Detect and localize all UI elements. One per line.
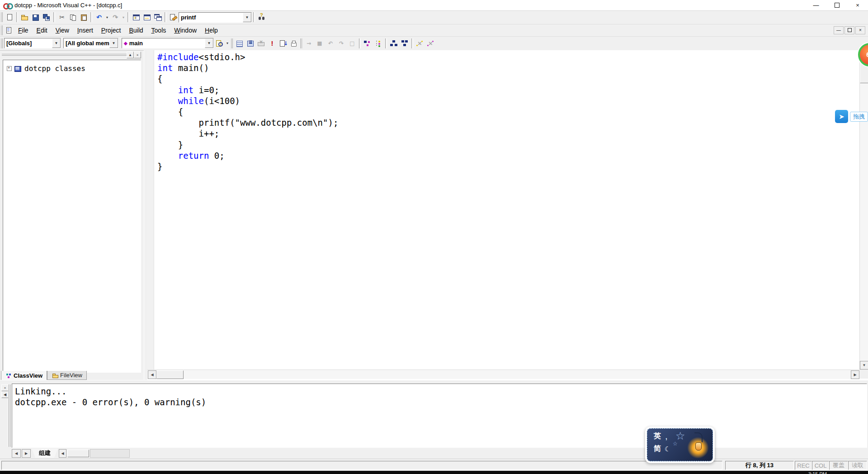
- output-close-button[interactable]: ×: [1, 384, 9, 391]
- wizard-action-button[interactable]: [214, 38, 225, 49]
- expand-icon[interactable]: [7, 66, 12, 71]
- toggle-output-button[interactable]: [142, 12, 152, 23]
- output-gripper[interactable]: [8, 384, 10, 447]
- go-button[interactable]: [278, 38, 288, 49]
- tab-scroll-right-icon[interactable]: ▶: [22, 449, 31, 458]
- callees-button[interactable]: [425, 38, 436, 49]
- member-combo-value[interactable]: ◆ main: [122, 38, 205, 48]
- chevron-down-icon[interactable]: ▼: [205, 38, 213, 48]
- drag-widget[interactable]: ➤ 拖拽: [835, 110, 868, 123]
- workspace-gripper[interactable]: [2, 53, 127, 56]
- tab-fileview[interactable]: FileView: [47, 371, 87, 380]
- menu-edit[interactable]: Edit: [33, 25, 52, 36]
- mdi-restore-button[interactable]: [844, 26, 854, 34]
- scroll-right-icon[interactable]: ▶: [851, 370, 859, 379]
- redo-dropdown[interactable]: ▼: [121, 12, 126, 23]
- chevron-down-icon[interactable]: ▼: [109, 38, 118, 48]
- stop-build-button[interactable]: [256, 38, 267, 49]
- base-classes-button[interactable]: [388, 38, 399, 49]
- scroll-left-icon[interactable]: ◀: [148, 370, 156, 379]
- breakpoint-button[interactable]: [288, 38, 299, 49]
- find-combo[interactable]: printf ▼: [179, 12, 252, 23]
- scroll-down-icon[interactable]: ▼: [860, 361, 868, 370]
- menu-project[interactable]: Project: [97, 25, 125, 36]
- filter-combo-value[interactable]: [All global members]: [64, 38, 109, 48]
- class-tree-button[interactable]: [362, 38, 373, 49]
- menubar-gripper[interactable]: [0, 25, 3, 35]
- chevron-down-icon[interactable]: ▼: [243, 13, 251, 22]
- input-method-widget[interactable]: 英 简 , ☾ ☆ ☆: [645, 427, 715, 463]
- minimize-button[interactable]: —: [806, 0, 826, 10]
- menu-build[interactable]: Build: [125, 25, 147, 36]
- workspace-pin-button[interactable]: ▲: [127, 52, 134, 58]
- toggle-workspace-button[interactable]: [131, 12, 142, 23]
- editor-vertical-scrollbar[interactable]: ▲ ▼: [859, 50, 868, 370]
- output-scroll-left-icon[interactable]: ◀: [59, 449, 66, 458]
- horizontal-scroll-thumb[interactable]: [156, 370, 184, 379]
- menu-insert[interactable]: Insert: [73, 25, 97, 36]
- menu-help[interactable]: Help: [201, 25, 222, 36]
- debug-button-4[interactable]: ↷: [336, 38, 347, 49]
- tab-classview[interactable]: ClassView: [1, 371, 47, 381]
- redo-button[interactable]: ↷: [110, 12, 121, 23]
- wizardbar-gripper[interactable]: [0, 38, 3, 48]
- output-collapse-button[interactable]: ◀: [1, 391, 9, 398]
- open-button[interactable]: [19, 12, 30, 23]
- mdi-close-button[interactable]: ×: [855, 26, 865, 34]
- paste-button[interactable]: [78, 12, 89, 23]
- debug-button-2[interactable]: ■: [314, 38, 325, 49]
- undo-button[interactable]: ↶: [94, 12, 104, 23]
- find-in-files-button[interactable]: [256, 12, 267, 23]
- tab-build[interactable]: 组建: [32, 449, 58, 458]
- output-scroll-thumb[interactable]: [67, 450, 89, 457]
- output-scroll-track[interactable]: [90, 449, 130, 458]
- menu-window[interactable]: Window: [170, 25, 201, 36]
- copy-button[interactable]: [67, 12, 78, 23]
- debug-button-1[interactable]: →: [303, 38, 314, 49]
- save-button[interactable]: [30, 12, 41, 23]
- save-all-button[interactable]: [41, 12, 52, 23]
- close-button[interactable]: ×: [847, 0, 868, 10]
- taskbar-strip[interactable]: 3:15 PM: [0, 471, 868, 474]
- lantern-icon: [695, 442, 702, 450]
- debug-button-5[interactable]: □: [347, 38, 358, 49]
- scope-combo-value[interactable]: [Globals]: [5, 38, 52, 48]
- scope-combo[interactable]: [Globals] ▼: [4, 38, 61, 48]
- filter-combo[interactable]: [All global members] ▼: [63, 38, 118, 48]
- window-list-button[interactable]: [152, 12, 163, 23]
- execute-button[interactable]: !: [267, 38, 278, 49]
- tree-root-item[interactable]: dotcpp classes: [3, 60, 141, 73]
- menu-tools[interactable]: Tools: [147, 25, 170, 36]
- editor-horizontal-scrollbar[interactable]: ◀ ▶: [147, 370, 860, 379]
- menu-view[interactable]: View: [52, 25, 73, 36]
- debug-toolbar-gripper[interactable]: [300, 38, 302, 48]
- wizard-action-dropdown[interactable]: ▼: [225, 38, 230, 49]
- derived-classes-button[interactable]: [399, 38, 410, 49]
- build-button[interactable]: [245, 38, 256, 49]
- tab-scroll-left-icon[interactable]: ◀: [12, 449, 21, 458]
- build-toolbar-gripper[interactable]: [231, 38, 233, 48]
- mdi-minimize-button[interactable]: —: [834, 26, 844, 34]
- member-combo[interactable]: ◆ main ▼: [122, 38, 214, 48]
- workspace-close-button[interactable]: ×: [134, 52, 141, 58]
- find-button[interactable]: [168, 12, 179, 23]
- callers-button[interactable]: [415, 38, 425, 49]
- code-lines[interactable]: #include<stdio.h>int main(){ int i=0; wh…: [157, 52, 859, 368]
- code-editor[interactable]: #include<stdio.h>int main(){ int i=0; wh…: [147, 50, 868, 380]
- drag-icon-button[interactable]: ➤: [835, 110, 848, 123]
- ime-language-toggle[interactable]: 英: [654, 431, 661, 441]
- member-list-button[interactable]: [373, 38, 384, 49]
- cut-button[interactable]: ✂: [57, 12, 67, 23]
- toolbar-gripper[interactable]: [0, 12, 3, 22]
- maximize-button[interactable]: [826, 0, 847, 10]
- debug-button-3[interactable]: ↶: [325, 38, 336, 49]
- chevron-down-icon[interactable]: ▼: [52, 38, 61, 48]
- ime-charset-toggle[interactable]: 简: [654, 444, 661, 454]
- new-file-button[interactable]: [4, 12, 15, 23]
- find-combo-value[interactable]: printf: [179, 13, 243, 22]
- selection-margin[interactable]: [147, 50, 154, 370]
- compile-button[interactable]: [234, 38, 245, 49]
- undo-dropdown[interactable]: ▼: [104, 12, 110, 23]
- menu-file[interactable]: File: [14, 25, 33, 36]
- build-output-text[interactable]: Linking... dotcpp.exe - 0 error(s), 0 wa…: [12, 384, 867, 448]
